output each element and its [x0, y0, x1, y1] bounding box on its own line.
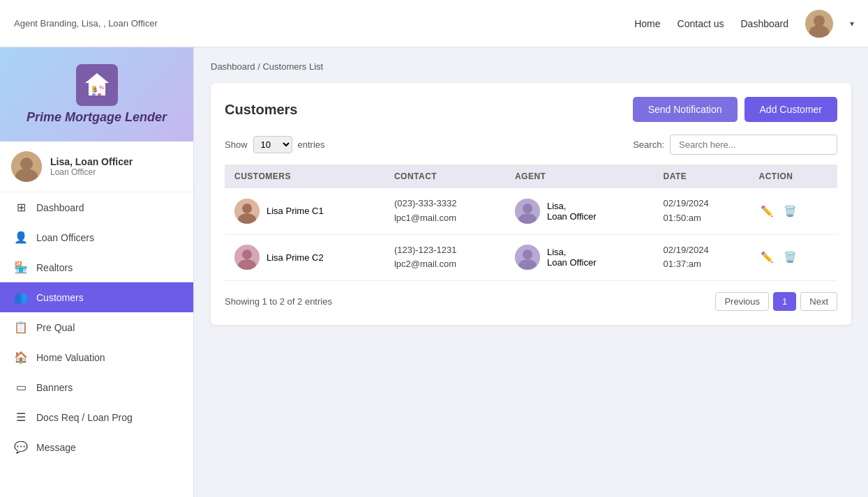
col-customers: CUSTOMERS	[225, 165, 384, 188]
brand-title: Prime Mortgage Lender	[27, 110, 167, 125]
agent-name: Lisa,	[547, 201, 597, 211]
svg-point-15	[242, 204, 252, 213]
page-1-button[interactable]: 1	[773, 292, 796, 311]
sidebar-item-dashboard[interactable]: ⊞ Dashboard	[0, 192, 193, 222]
show-label: Show	[225, 139, 248, 150]
contact-email: lpc2@mail.com	[394, 257, 495, 272]
sidebar-item-docs-req-loan-prog[interactable]: ☰ Docs Req / Loan Prog	[0, 402, 193, 432]
avatar-dropdown-icon[interactable]: ▾	[850, 19, 854, 29]
brand-logo-icon: $ %	[76, 64, 118, 106]
showing-text: Showing 1 to 2 of 2 entries	[225, 296, 332, 307]
entries-select[interactable]: 10 25 50 100	[253, 136, 292, 153]
sidebar-user-name: Lisa, Loan Officer	[50, 156, 133, 167]
sidebar-nav: ⊞ Dashboard 👤 Loan Officers 🏪 Realtors 👥…	[0, 192, 193, 497]
contact-email: lpc1@mail.com	[394, 211, 495, 226]
next-button[interactable]: Next	[800, 292, 837, 311]
nav-contact-link[interactable]: Contact us	[678, 18, 724, 29]
sidebar-item-pre-qual[interactable]: 📋 Pre Qual	[0, 312, 193, 342]
entries-label: entries	[298, 139, 325, 150]
sidebar-item-banners-label: Banners	[36, 382, 73, 393]
svg-text:$: $	[93, 86, 97, 93]
sidebar-user-avatar	[11, 151, 42, 182]
customers-icon: 👥	[14, 291, 28, 304]
col-date: DATE	[654, 165, 749, 188]
col-agent: AGENT	[505, 165, 654, 188]
agent-cell: Lisa, Loan Officer	[515, 199, 644, 224]
sidebar-item-docs-req-loan-prog-label: Docs Req / Loan Prog	[36, 412, 133, 423]
card-header-actions: Send Notification Add Customer	[633, 97, 837, 122]
svg-point-1	[814, 15, 825, 26]
table-footer: Showing 1 to 2 of 2 entries Previous 1 N…	[225, 292, 837, 311]
svg-point-21	[242, 250, 252, 259]
person-icon: 👤	[14, 231, 28, 244]
sidebar-item-realtors[interactable]: 🏪 Realtors	[0, 252, 193, 282]
contact-phone: (023)-333-3332	[394, 197, 495, 211]
customer-cell: Lisa Prime C2	[234, 245, 375, 270]
add-customer-button[interactable]: Add Customer	[744, 97, 837, 122]
card-title: Customers	[225, 102, 297, 118]
delete-button[interactable]: 🗑️	[781, 249, 799, 266]
sidebar-item-customers[interactable]: 👥 Customers	[0, 282, 193, 312]
customers-table: CUSTOMERS CONTACT AGENT DATE ACTION	[225, 165, 837, 281]
sidebar-item-home-valuation-label: Home Valuation	[36, 352, 105, 363]
store-icon: 🏪	[14, 261, 28, 274]
search-area: Search:	[633, 135, 837, 155]
agent-cell: Lisa, Loan Officer	[515, 245, 644, 270]
contact-cell: (123)-123-1231 lpc2@mail.com	[394, 243, 495, 273]
agent-name: Lisa,	[547, 247, 597, 257]
sidebar-item-dashboard-label: Dashboard	[36, 202, 84, 213]
sidebar-item-realtors-label: Realtors	[36, 262, 73, 273]
nav-links: Home Contact us Dashboard ▾	[634, 10, 854, 38]
col-contact: CONTACT	[384, 165, 505, 188]
list-icon: ☰	[14, 411, 28, 424]
sidebar-item-loan-officers[interactable]: 👤 Loan Officers	[0, 222, 193, 252]
action-cell: ✏️ 🗑️	[758, 249, 828, 266]
date-value: 02/19/2024	[664, 197, 740, 211]
date-cell: 02/19/2024 01:50:am	[664, 197, 740, 226]
customer-name: Lisa Prime C2	[267, 252, 324, 263]
sidebar-brand: $ % Prime Mortgage Lender	[0, 47, 193, 142]
house-icon: 🏠	[14, 351, 28, 364]
svg-point-24	[523, 250, 532, 259]
sidebar-item-loan-officers-label: Loan Officers	[36, 232, 94, 243]
sidebar-item-customers-label: Customers	[36, 292, 84, 303]
sidebar-user: Lisa, Loan Officer Loan Officer	[0, 142, 193, 192]
agent-avatar	[515, 199, 540, 224]
action-cell: ✏️ 🗑️	[758, 203, 828, 220]
contact-phone: (123)-123-1231	[394, 243, 495, 258]
delete-button[interactable]: 🗑️	[781, 203, 799, 220]
dashboard-icon: ⊞	[14, 201, 28, 214]
svg-rect-9	[92, 93, 96, 95]
sidebar-user-role: Loan Officer	[50, 167, 133, 177]
customer-cell: Lisa Prime C1	[234, 199, 375, 224]
svg-point-18	[523, 204, 532, 213]
search-input[interactable]	[670, 135, 837, 155]
nav-breadcrumb-user: Agent Branding, Lisa, , Loan Officer	[14, 18, 158, 29]
send-notification-button[interactable]: Send Notification	[633, 97, 738, 122]
date-value: 02/19/2024	[664, 243, 740, 258]
customer-avatar	[234, 245, 260, 270]
sidebar-item-banners[interactable]: ▭ Banners	[0, 372, 193, 402]
clipboard-icon: 📋	[14, 321, 28, 334]
sidebar-item-message[interactable]: 💬 Message	[0, 432, 193, 462]
nav-home-link[interactable]: Home	[634, 18, 660, 29]
time-value: 01:37:am	[664, 257, 740, 272]
customer-name: Lisa Prime C1	[267, 206, 324, 216]
top-nav: Agent Branding, Lisa, , Loan Officer Hom…	[0, 0, 868, 47]
breadcrumb-base: Dashboard /	[211, 61, 260, 72]
svg-point-12	[20, 158, 33, 170]
table-controls: Show 10 25 50 100 entries Search:	[225, 135, 837, 155]
edit-button[interactable]: ✏️	[758, 249, 776, 266]
edit-button[interactable]: ✏️	[758, 203, 776, 220]
col-action: ACTION	[749, 165, 837, 188]
sidebar-item-home-valuation[interactable]: 🏠 Home Valuation	[0, 342, 193, 372]
agent-role: Loan Officer	[547, 211, 597, 222]
nav-dashboard-link[interactable]: Dashboard	[741, 18, 789, 29]
agent-info: Lisa, Loan Officer	[547, 247, 597, 268]
pagination: Previous 1 Next	[715, 292, 837, 311]
search-label: Search:	[633, 139, 664, 150]
avatar[interactable]	[805, 10, 833, 38]
main-content: Dashboard / Customers List Customers Sen…	[194, 47, 868, 497]
previous-button[interactable]: Previous	[715, 292, 769, 311]
sidebar-item-pre-qual-label: Pre Qual	[36, 322, 75, 333]
